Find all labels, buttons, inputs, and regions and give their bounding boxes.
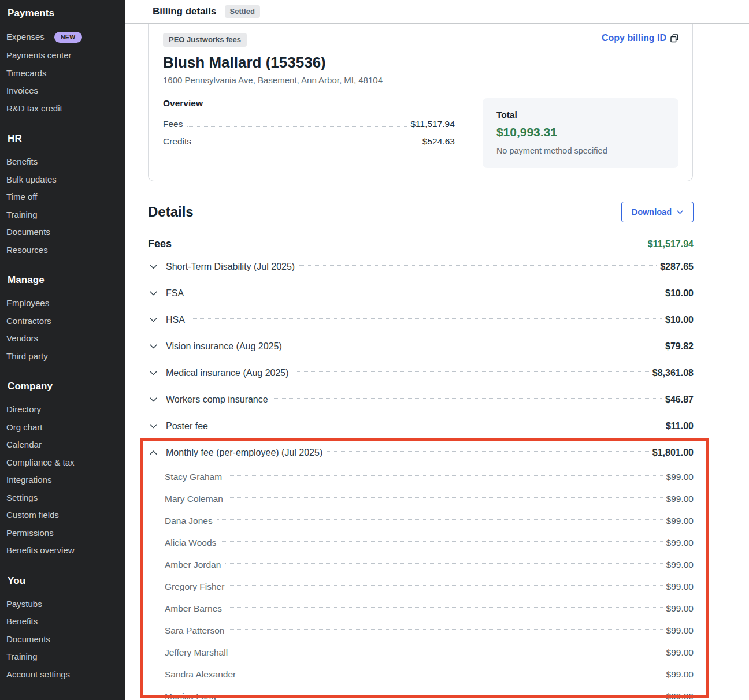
fee-row[interactable]: Workers comp insurance $46.87 — [148, 386, 694, 413]
overview-credits-value: $524.63 — [422, 136, 455, 148]
sidebar-item[interactable]: Resources — [0, 241, 125, 259]
sidebar-item[interactable]: Benefits — [0, 613, 125, 631]
dotted-leader — [213, 425, 662, 425]
overview-credits-label: Credits — [163, 136, 191, 148]
sidebar-item-label: Payments center — [6, 51, 72, 61]
main-content: Billing details Settled PEO Justworks fe… — [125, 0, 749, 700]
fee-row-expanded[interactable]: Monthly fee (per-employee) (Jul 2025) $1… — [148, 440, 694, 466]
sidebar-item[interactable]: Calendar — [0, 436, 125, 454]
sidebar-item[interactable]: Payments center — [0, 47, 125, 65]
sidebar-item[interactable]: Compliance & tax — [0, 454, 125, 472]
sidebar-item[interactable]: Paystubs — [0, 595, 125, 613]
chevron-up-icon — [150, 450, 157, 455]
fee-row[interactable]: Poster fee $11.00 — [148, 413, 694, 440]
employee-fee-row: Stacy Graham $99.00 — [148, 466, 694, 488]
sidebar-item[interactable]: Invoices — [0, 82, 125, 100]
sidebar-item[interactable]: Benefits overview — [0, 542, 125, 560]
sidebar-item[interactable]: Contractors — [0, 312, 125, 330]
fee-row[interactable]: Vision insurance (Aug 2025) $79.82 — [148, 333, 694, 360]
collapse-row-button[interactable] — [149, 449, 158, 457]
expand-row-button[interactable] — [149, 396, 158, 404]
sidebar-item-label: Integrations — [6, 475, 51, 485]
sidebar-item[interactable]: Permissions — [0, 524, 125, 542]
sidebar-heading-hr: HR — [0, 133, 125, 144]
sidebar-item[interactable]: Expenses NEW — [0, 28, 125, 47]
expand-row-button[interactable] — [149, 263, 158, 271]
sidebar-item[interactable]: Third party — [0, 348, 125, 366]
expand-row-button[interactable] — [149, 422, 158, 431]
fee-label: Monthly fee (per-employee) (Jul 2025) — [166, 448, 322, 458]
sidebar-item-label: Expenses — [6, 32, 45, 42]
expanded-fee-group: Monthly fee (per-employee) (Jul 2025) $1… — [148, 440, 694, 700]
employee-name: Gregory Fisher — [165, 582, 224, 592]
sidebar-item[interactable]: Org chart — [0, 419, 125, 437]
sidebar-item[interactable]: Documents — [0, 631, 125, 649]
dotted-leader — [228, 497, 663, 498]
sidebar-item[interactable]: Custom fields — [0, 507, 125, 524]
payment-method-note: No payment method specified — [496, 146, 665, 155]
chevron-down-icon — [150, 424, 157, 429]
dotted-leader — [273, 398, 662, 399]
sidebar-item[interactable]: Integrations — [0, 471, 125, 489]
sidebar-item[interactable]: Vendors — [0, 330, 125, 348]
sidebar-item[interactable]: Training — [0, 648, 125, 666]
dotted-leader — [229, 585, 662, 586]
employee-fee-row: Gregory Fisher $99.00 — [148, 576, 694, 598]
fee-amount: $11.00 — [666, 421, 694, 431]
chevron-down-icon — [150, 265, 157, 269]
employee-amount: $99.00 — [666, 691, 694, 700]
sidebar-item[interactable]: Settings — [0, 489, 125, 507]
chevron-down-icon — [150, 397, 157, 402]
fee-row[interactable]: Medical insurance (Aug 2025) $8,361.08 — [148, 360, 694, 386]
sidebar-item[interactable]: Employees — [0, 295, 125, 312]
sidebar-item[interactable]: Benefits — [0, 153, 125, 171]
dotted-leader — [299, 265, 657, 266]
expand-row-button[interactable] — [149, 369, 158, 378]
sidebar-section-manage: Manage Employees Contractors Vendors Thi… — [0, 274, 125, 365]
details-section: Details Download Fees $11,517.94 — [148, 202, 694, 700]
sidebar-heading-manage: Manage — [0, 274, 125, 286]
fee-amount: $46.87 — [665, 394, 694, 405]
sidebar-item[interactable]: Timecards — [0, 65, 125, 83]
sidebar-item[interactable]: Account settings — [0, 666, 125, 684]
employee-fee-row: Jeffery Marshall $99.00 — [148, 642, 694, 664]
fee-label: Poster fee — [166, 421, 208, 431]
fee-row[interactable]: FSA $10.00 — [148, 280, 694, 307]
employee-amount: $99.00 — [666, 669, 694, 680]
sidebar-item-label: Training — [6, 652, 38, 662]
sidebar-item[interactable]: Documents — [0, 224, 125, 241]
dotted-leader — [287, 345, 662, 345]
copy-billing-id-link[interactable]: Copy billing ID — [602, 33, 678, 43]
copy-icon — [670, 34, 678, 43]
sidebar-item-label: Invoices — [6, 86, 38, 96]
sidebar-item[interactable]: Directory — [0, 401, 125, 419]
chevron-down-icon — [677, 210, 683, 214]
employee-amount: $99.00 — [666, 538, 694, 548]
download-label: Download — [632, 207, 672, 217]
sidebar-item-label: Resources — [6, 245, 48, 255]
dotted-leader — [187, 126, 407, 127]
dotted-leader — [196, 144, 419, 144]
status-badge: Settled — [225, 5, 260, 18]
sidebar-item-label: Third party — [6, 352, 48, 362]
employee-amount: $99.00 — [666, 560, 694, 570]
fee-row[interactable]: Short-Term Disability (Jul 2025) $287.65 — [148, 254, 694, 280]
expand-row-button[interactable] — [149, 316, 158, 325]
employee-name: Alicia Woods — [165, 538, 216, 548]
download-button[interactable]: Download — [621, 202, 694, 222]
expand-row-button[interactable] — [149, 342, 158, 351]
sidebar-section-company: Company Directory Org chart Calendar Com… — [0, 381, 125, 560]
sidebar-item-label: Timecards — [6, 69, 46, 79]
company-title: Blush Mallard (153536) — [163, 54, 678, 72]
fee-label: Workers comp insurance — [166, 394, 268, 405]
dotted-leader — [327, 451, 649, 452]
sidebar-item[interactable]: Bulk updates — [0, 171, 125, 189]
company-address: 1600 Pennsylvania Ave, Basement, Ann Arb… — [163, 75, 678, 85]
expand-row-button[interactable] — [149, 289, 158, 298]
sidebar-item[interactable]: R&D tax credit — [0, 100, 125, 118]
sidebar-item[interactable]: Training — [0, 206, 125, 224]
employee-name: Sandra Alexander — [165, 669, 236, 680]
fee-row[interactable]: HSA $10.00 — [148, 307, 694, 333]
sidebar-item[interactable]: Time off — [0, 188, 125, 206]
fees-total-amount: $11,517.94 — [648, 239, 694, 250]
